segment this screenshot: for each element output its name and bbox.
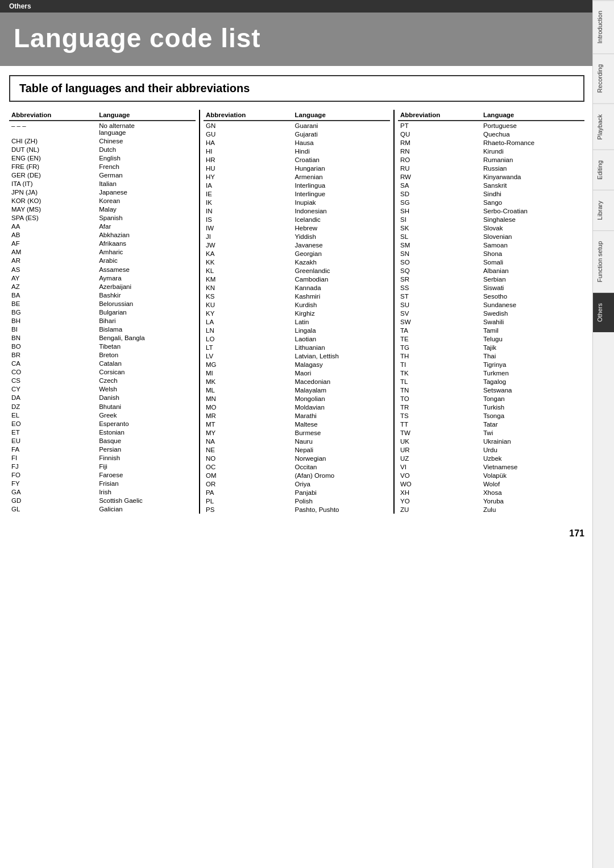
lang-cell: Japanese [97,188,196,196]
abbr-cell: RU [398,164,481,172]
lang-cell: Bulgarian [97,308,196,316]
table-row: KAGeorgian [204,249,390,258]
lang-cell: Inupiak [292,198,390,206]
lang-cell: Setswana [481,386,584,394]
lang-cell: Swahili [481,317,584,326]
abbr-cell: NA [204,437,292,445]
sidebar-tab-others[interactable]: Others [593,292,614,332]
table-row: MGMalagasy [204,360,390,369]
table-row: MLMalayalam [204,386,390,394]
sidebar-tab-playback[interactable]: Playback [593,104,614,150]
lang-cell: Kirundi [481,147,584,155]
table-row: EOEsperanto [9,419,196,428]
table-row: BEBelorussian [9,299,196,308]
abbr-cell: KL [204,266,292,275]
table-row: LTLithuanian [204,343,390,352]
table-row: FJFiji [9,462,196,470]
table-row: CYWelsh [9,385,196,394]
sidebar-tab-function-setup[interactable]: Function setup [593,230,614,292]
lang-cell: Indonesian [292,206,390,215]
lang-cell: Malayalam [292,386,390,394]
lang-cell: Persian [97,445,196,453]
abbr-cell: MAY (MS) [9,205,97,214]
table-row: HAHausa [204,138,390,147]
lang-cell: Kinyarwanda [481,172,584,181]
lang-cell: Telugu [481,334,584,343]
table-row: HIHindi [204,147,390,155]
lang-cell: Quechua [481,130,584,138]
table-row: TRTurkish [398,403,584,411]
lang-cell: Shona [481,249,584,258]
sidebar-tab-recording[interactable]: Recording [593,53,614,103]
page-number-container: 171 [0,523,614,544]
abbr-cell: LV [204,352,292,360]
language-table-1: Abbreviation Language – – –No alternatel… [9,110,196,514]
lang-cell: Somali [481,258,584,266]
lang-cell: Marathi [292,411,390,420]
lang-cell: Kirghiz [292,309,390,317]
table-row: SMSamoan [398,241,584,249]
lang-cell: Javanese [292,241,390,249]
lang-cell: Welsh [97,385,196,394]
table-row: TATamil [398,326,584,334]
abbr-cell: EO [9,419,97,428]
abbr-cell: SA [398,181,481,189]
abbr-cell: TK [398,369,481,377]
table-row: OROriya [204,480,390,488]
abbr-cell: RM [398,138,481,147]
abbr-cell: TT [398,420,481,428]
table-row: RURussian [398,164,584,172]
abbr-cell: XH [398,488,481,497]
abbr-cell: CA [9,359,97,368]
lang-cell: Basque [97,436,196,445]
lang-cell: Bengali, Bangla [97,334,196,342]
table-row: FRE (FR)French [9,162,196,171]
table-row: MRMarathi [204,411,390,420]
abbr-cell: LO [204,334,292,343]
table-row: SVSwedish [398,309,584,317]
lang-cell: Samoan [481,241,584,249]
abbr-cell: HA [204,138,292,147]
abbr-cell: FRE (FR) [9,162,97,171]
abbr-cell: AA [9,222,97,231]
abbr-cell: LN [204,326,292,334]
table-row: IAInterlingua [204,181,390,189]
lang-cell: Thai [481,352,584,360]
table-row: KSKashmiri [204,292,390,300]
table-row: TOTongan [398,394,584,403]
lang-cell: Ukrainian [481,437,584,445]
lang-cell: Norwegian [292,454,390,462]
lang-cell: Tajik [481,343,584,352]
abbr-cell: BR [9,351,97,359]
lang-cell: Xhosa [481,488,584,497]
lang-cell: Armenian [292,172,390,181]
abbr-cell: PS [204,505,292,514]
lang-cell: Rhaeto-Romance [481,138,584,147]
sidebar-tab-library[interactable]: Library [593,190,614,230]
abbr-cell: AR [9,257,97,265]
lang-cell: Italian [97,179,196,188]
sidebar-tab-editing[interactable]: Editing [593,150,614,190]
lang-cell: Gujarati [292,130,390,138]
lang-cell: Bashkir [97,291,196,299]
table-row: INIndonesian [204,206,390,215]
sidebar-tab-introduction[interactable]: Introduction [593,0,614,53]
lang-cell: Serbo-Croatian [481,206,584,215]
table-row: YOYoruba [398,497,584,505]
table-row: OM(Afan) Oromo [204,471,390,480]
table-row: TLTagalog [398,377,584,386]
lang-cell: Icelandic [292,215,390,224]
table-row: KYKirghiz [204,309,390,317]
abbr-cell: LA [204,317,292,326]
lang-cell: Tsonga [481,411,584,420]
abbr-cell: VI [398,462,481,471]
abbr-cell: AF [9,239,97,248]
lang-cell: Singhalese [481,215,584,224]
lang-cell: Russian [481,164,584,172]
lang-cell: Bislama [97,325,196,333]
abbr-cell: YO [398,497,481,505]
table-row: SOSomali [398,258,584,266]
lang-cell: Hindi [292,147,390,155]
abbr-cell: BH [9,316,97,325]
abbr-cell: SI [398,215,481,224]
